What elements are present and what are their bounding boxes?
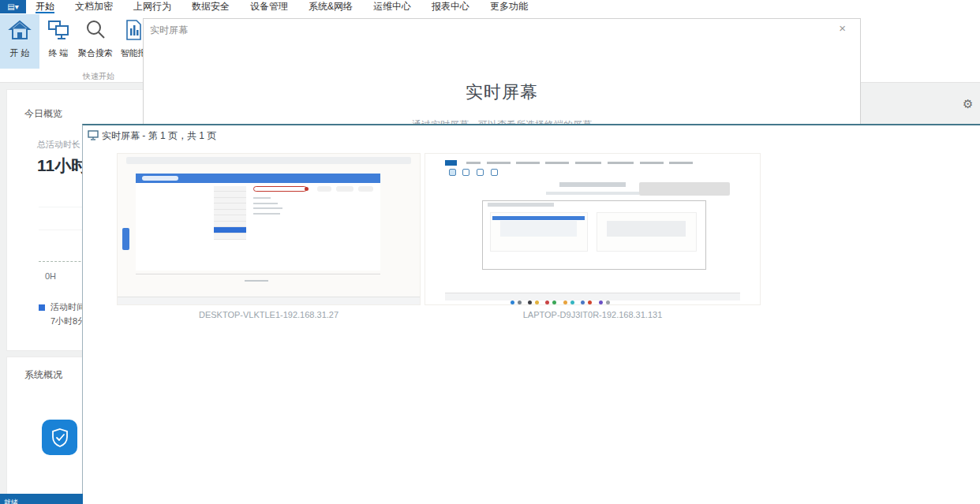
thumb-search-box bbox=[253, 186, 307, 192]
card-title: 今日概览 bbox=[24, 107, 62, 121]
tab-internet-behavior[interactable]: 上网行为 bbox=[133, 0, 171, 13]
tab-system-network[interactable]: 系统&网络 bbox=[309, 0, 353, 13]
thumb-search-dot bbox=[305, 187, 309, 191]
thumb-browser-tabstrip bbox=[126, 157, 410, 165]
thumb-site-logo bbox=[142, 176, 178, 181]
thumb-taskbar bbox=[445, 293, 739, 301]
legend-swatch bbox=[39, 304, 45, 311]
terminal-thumbnail[interactable] bbox=[425, 153, 761, 305]
chart-axis-label: 0H bbox=[45, 271, 56, 281]
search-icon bbox=[84, 19, 107, 44]
ribbon-button-terminals[interactable]: 终 端 bbox=[41, 14, 76, 69]
card-title: 系统概况 bbox=[24, 368, 62, 382]
ribbon-button-start[interactable]: 开 始 bbox=[0, 14, 39, 69]
ribbon-group-label: 快速开始 bbox=[59, 71, 138, 82]
ribbon-button-label: 聚合搜索 bbox=[78, 47, 113, 59]
thumb-filter-chip bbox=[336, 186, 353, 192]
app-window: ▤▾ 开始 文档加密 上网行为 数据安全 设备管理 系统&网络 运维中心 报表中… bbox=[0, 0, 980, 504]
thumb-sidebar-menu bbox=[214, 186, 245, 249]
report-icon bbox=[122, 19, 145, 44]
app-menu-button[interactable]: ▤▾ bbox=[0, 0, 26, 13]
app-menu-icon: ▤▾ bbox=[7, 2, 18, 11]
status-bar: 就绪 bbox=[0, 494, 83, 504]
thumb-inner-shot bbox=[490, 212, 588, 252]
thumb-filter-chip bbox=[358, 186, 373, 192]
thumb-filter-chip bbox=[317, 186, 332, 192]
thumb-taskbar bbox=[118, 297, 420, 305]
thumb-divider bbox=[136, 274, 380, 274]
tab-data-security[interactable]: 数据安全 bbox=[192, 0, 230, 13]
thumb-footer-line bbox=[245, 280, 269, 282]
thumb-subtitle-line bbox=[546, 192, 640, 195]
terminal-name-label: DESKTOP-VLKTLE1-192.168.31.27 bbox=[117, 310, 421, 319]
legend-label: 活动时间 bbox=[50, 301, 85, 313]
tab-doc-encryption[interactable]: 文档加密 bbox=[75, 0, 113, 13]
tab-report-center[interactable]: 报表中心 bbox=[432, 0, 469, 13]
legend-value: 7小时8分 bbox=[50, 315, 86, 327]
viewer-title: 实时屏幕 - 第 1 页，共 1 页 bbox=[102, 129, 216, 143]
tab-start[interactable]: 开始 bbox=[36, 0, 54, 13]
terminals-icon bbox=[47, 19, 70, 44]
thumb-page-body bbox=[136, 183, 380, 271]
tab-device-management[interactable]: 设备管理 bbox=[250, 0, 288, 13]
shield-check-icon bbox=[42, 420, 77, 455]
close-icon[interactable]: × bbox=[839, 21, 846, 35]
menu-tabs: 开始 文档加密 上网行为 数据安全 设备管理 系统&网络 运维中心 报表中心 更… bbox=[36, 0, 528, 13]
terminal-thumbnail[interactable] bbox=[117, 153, 421, 305]
home-icon bbox=[8, 19, 32, 44]
thumb-float-tag bbox=[122, 228, 129, 251]
ribbon-button-aggregate-search[interactable]: 聚合搜索 bbox=[77, 14, 114, 69]
gear-icon[interactable]: ⚙ bbox=[963, 97, 973, 111]
ribbon-button-label: 开 始 bbox=[9, 47, 29, 59]
tab-ops-center[interactable]: 运维中心 bbox=[373, 0, 411, 13]
thumb-ribbon bbox=[449, 169, 549, 184]
total-activity-label: 总活动时长 bbox=[37, 139, 80, 151]
thumb-text-line bbox=[253, 207, 282, 209]
thumb-text-line bbox=[253, 213, 280, 215]
thumb-menubar bbox=[445, 160, 739, 166]
monitor-icon bbox=[88, 129, 99, 144]
viewer-titlebar[interactable]: 实时屏幕 - 第 1 页，共 1 页 bbox=[83, 125, 980, 144]
thumb-text-line bbox=[253, 197, 271, 199]
panel-title: 实时屏幕 bbox=[150, 24, 188, 37]
thumb-inner-window bbox=[482, 200, 706, 270]
terminal-name-label: LAPTOP-D9J3IT0R-192.168.31.131 bbox=[425, 310, 761, 319]
thumb-inner-shot bbox=[597, 212, 697, 252]
thumb-toast bbox=[639, 182, 729, 196]
status-text: 就绪 bbox=[4, 498, 18, 504]
realtime-screen-viewer-window: 实时屏幕 - 第 1 页，共 1 页 bbox=[82, 124, 980, 504]
thumb-heading-line bbox=[559, 182, 627, 187]
menu-bar: ▤▾ 开始 文档加密 上网行为 数据安全 设备管理 系统&网络 运维中心 报表中… bbox=[0, 0, 980, 13]
ribbon-button-label: 终 端 bbox=[48, 47, 68, 59]
panel-heading: 实时屏幕 bbox=[144, 80, 860, 104]
thumb-text-line bbox=[253, 203, 278, 204]
tab-more-features[interactable]: 更多功能 bbox=[490, 0, 528, 13]
chart-legend: 活动时间 bbox=[39, 301, 85, 313]
